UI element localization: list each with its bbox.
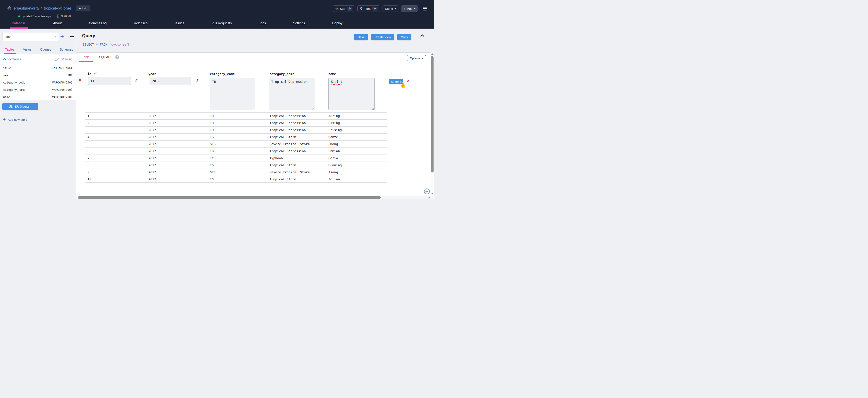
cell-id[interactable]: 7	[88, 155, 89, 162]
cell-id[interactable]: 6	[88, 148, 89, 155]
cell-id[interactable]: 8	[88, 162, 89, 169]
new-branch-button[interactable]: +	[60, 33, 64, 40]
horizontal-scroll-thumb[interactable]	[78, 196, 381, 199]
cell-name[interactable]: Emong	[329, 141, 338, 148]
table-header-row[interactable]: cyclones Viewing	[0, 54, 76, 64]
nav-tab-about[interactable]: About	[52, 20, 63, 29]
table-row[interactable]: 22017TDTropical DepressionBising	[85, 119, 386, 126]
sidebar-tab-schemas[interactable]: Schemas	[60, 47, 73, 54]
cell-category-name[interactable]: Tropical Storm	[270, 176, 296, 183]
cell-category-name[interactable]: Tropical Storm	[270, 162, 296, 169]
cell-year[interactable]: 2017	[149, 176, 156, 183]
cell-year[interactable]: 2017	[149, 113, 156, 120]
cell-name[interactable]: Auring	[329, 113, 340, 120]
scroll-up-arrow[interactable]	[431, 53, 434, 55]
edit-id-input[interactable]	[88, 77, 131, 85]
cell-id[interactable]: 5	[88, 141, 89, 148]
table-row[interactable]: 72017TYTyphoonGorio	[85, 154, 386, 162]
cell-name[interactable]: Gorio	[329, 155, 338, 162]
cell-category-code[interactable]: TD	[210, 120, 214, 126]
cell-category-name[interactable]: Severe Tropical Storm	[270, 141, 310, 148]
add-button[interactable]: + Add ▾	[401, 5, 418, 12]
cell-name[interactable]: Isang	[329, 169, 338, 176]
table-name[interactable]: cyclones	[8, 57, 21, 61]
cell-category-name[interactable]: Severe Tropical Storm	[270, 169, 310, 176]
cell-category-code[interactable]: STS	[210, 141, 216, 148]
options-button[interactable]: Options ▾	[407, 55, 426, 61]
cell-category-code[interactable]: TD	[210, 126, 214, 134]
sidebar-tab-queries[interactable]: Queries	[40, 47, 51, 54]
delete-row-icon[interactable]: ✕	[79, 78, 82, 82]
collapse-chevron-up-icon[interactable]	[420, 34, 425, 37]
cell-year[interactable]: 2017	[149, 155, 156, 162]
cell-category-code[interactable]: TD	[210, 113, 214, 120]
er-diagram-button[interactable]: ER Diagram	[2, 103, 38, 110]
table-row[interactable]: 82017TSTropical StormHuaning	[85, 162, 386, 169]
cell-year[interactable]: 2017	[149, 169, 156, 176]
cell-category-name[interactable]: Tropical Storm	[270, 134, 296, 141]
table-row[interactable]: 52017STSSevere Tropical StormEmong	[85, 140, 386, 147]
star-button[interactable]: ☆ Star 0	[333, 5, 355, 12]
nav-tab-pull-requests[interactable]: Pull Requests	[211, 20, 232, 29]
nav-tab-commit-log[interactable]: Commit Log	[88, 20, 107, 29]
sidebar-tab-views[interactable]: Views	[23, 47, 31, 54]
cell-year[interactable]: 2017	[149, 141, 156, 148]
cell-category-name[interactable]: Tropical Depression	[270, 120, 306, 126]
nav-tab-jobs[interactable]: Jobs	[258, 20, 267, 29]
horizontal-scrollbar[interactable]	[76, 196, 431, 199]
cell-category-name[interactable]: Typhoon	[270, 155, 283, 162]
clone-button[interactable]: Clone ▾	[382, 5, 398, 12]
owner-link[interactable]: ernestguevarra	[13, 6, 39, 10]
scroll-down-arrow[interactable]	[431, 193, 434, 195]
repo-link[interactable]: tropical-cyclones	[44, 6, 72, 10]
nav-tab-settings[interactable]: Settings	[292, 20, 306, 29]
cell-category-name[interactable]: Tropical Depression	[270, 148, 306, 155]
create-view-button[interactable]: Create View	[371, 34, 394, 40]
cell-category-code[interactable]: TS	[210, 134, 214, 141]
cell-id[interactable]: 3	[88, 126, 89, 134]
cell-name[interactable]: Crising	[329, 126, 342, 134]
cell-category-code[interactable]: TS	[210, 176, 214, 183]
edit-category-code-textarea[interactable]: TD	[210, 78, 255, 110]
edit-year-input[interactable]	[150, 77, 191, 85]
cell-id[interactable]: 4	[88, 134, 89, 141]
cell-year[interactable]: 2017	[149, 134, 156, 141]
cancel-edit-icon[interactable]: ✕	[407, 79, 409, 83]
cell-category-name[interactable]: Tropical Depression	[270, 126, 306, 134]
cell-category-code[interactable]: TS	[210, 162, 214, 169]
cell-id[interactable]: 1	[88, 113, 89, 120]
copy-button[interactable]: Copy	[397, 34, 411, 40]
edit-category-name-textarea[interactable]: Tropical Depression	[269, 78, 315, 110]
cell-name[interactable]: Bising	[329, 120, 340, 126]
cell-name[interactable]: Huaning	[329, 162, 342, 169]
nav-tab-database[interactable]: Database	[11, 20, 27, 29]
fork-button[interactable]: Fork 0	[358, 5, 380, 12]
tab-table[interactable]: Table	[79, 53, 93, 62]
cell-name[interactable]: Jolina	[329, 176, 340, 183]
nav-tab-deploy[interactable]: Deploy	[331, 20, 343, 29]
vertical-scroll-thumb[interactable]	[431, 56, 434, 172]
help-icon[interactable]: ?	[115, 55, 119, 59]
tab-sql-api[interactable]: SQL API	[96, 53, 114, 62]
edit-pencil-icon[interactable]	[55, 57, 59, 61]
scroll-right-arrow[interactable]	[429, 197, 430, 199]
text-type-icon[interactable]: T	[134, 78, 137, 82]
sql-query-text[interactable]: SELECT * FROM `cyclones`	[83, 42, 129, 46]
nav-tab-releases[interactable]: Releases	[133, 20, 148, 29]
sidebar-tab-tables[interactable]: Tables	[5, 47, 14, 54]
cell-category-name[interactable]: Tropical Depression	[270, 113, 306, 120]
add-new-table-button[interactable]: + Add new table	[3, 117, 27, 122]
cell-id[interactable]: 2	[88, 120, 89, 126]
cell-year[interactable]: 2017	[149, 126, 156, 134]
branch-select[interactable]: dev ▾	[2, 33, 59, 41]
vertical-scrollbar[interactable]	[431, 52, 434, 196]
cell-year[interactable]: 2017	[149, 148, 156, 155]
table-row[interactable]: 12017TDTropical DepressionAuring	[85, 112, 386, 119]
cell-category-code[interactable]: TY	[210, 155, 214, 162]
cell-category-code[interactable]: TD	[210, 148, 214, 155]
cell-name[interactable]: Dante	[329, 134, 338, 141]
cell-id[interactable]: 9	[88, 169, 89, 176]
edit-name-textarea[interactable]: Kidlat	[329, 78, 375, 110]
cell-year[interactable]: 2017	[149, 162, 156, 169]
table-row[interactable]: 102017TSTropical StormJolina	[85, 176, 386, 183]
